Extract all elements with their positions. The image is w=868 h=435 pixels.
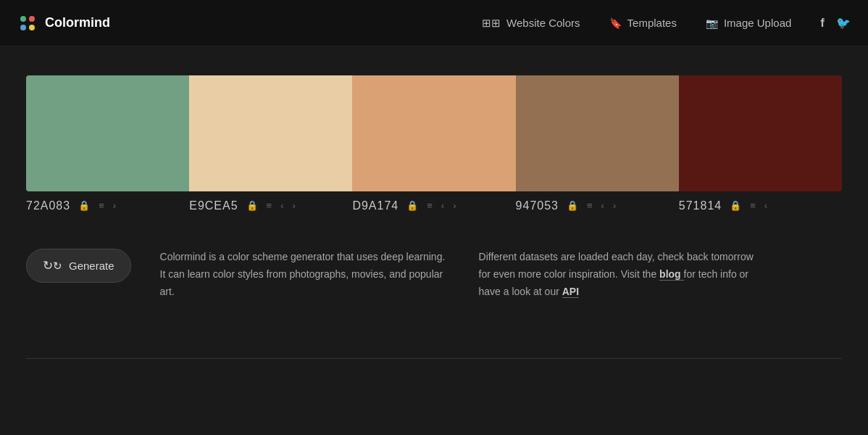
label-icons-3: 🔒 ≡ ‹ › [404,199,458,212]
swatch-1[interactable] [26,75,189,191]
label-3: D9A174 🔒 ≡ ‹ › [352,191,515,220]
chevron-left-icon-5[interactable]: ‹ [762,199,769,212]
chevron-left-icon-4[interactable]: ‹ [599,199,606,212]
color-palette [26,75,842,191]
sliders-icon-4[interactable]: ≡ [585,199,595,212]
bookmark-icon: 🔖 [609,17,622,29]
nav-image-upload[interactable]: 📷 Image Upload [706,17,791,29]
lock-icon-1[interactable]: 🔒 [76,199,92,212]
logo-icon [17,13,38,33]
api-link[interactable]: API [562,286,579,298]
lock-icon-2[interactable]: 🔒 [244,199,260,212]
label-4: 947053 🔒 ≡ ‹ › [516,191,679,220]
svg-point-1 [29,16,35,22]
svg-point-3 [29,25,35,30]
lock-icon-4[interactable]: 🔒 [564,199,580,212]
logo-label: Colormind [45,15,110,30]
api-label: API [562,286,579,297]
generate-button[interactable]: ↻ Generate [26,249,131,283]
hex-code-4: 947053 [516,199,559,212]
lock-icon-5[interactable]: 🔒 [727,199,743,212]
chevron-right-icon-3[interactable]: › [451,199,458,212]
nav-website-colors[interactable]: ⊞ Website Colors [482,17,580,30]
main-content: 72A083 🔒 ≡ › E9CEA5 🔒 ≡ ‹ › D9A174 🔒 ≡ ‹ [0,46,868,329]
label-5: 571814 🔒 ≡ ‹ [679,191,842,220]
swatch-4[interactable] [516,75,679,191]
chevron-right-icon-1[interactable]: › [111,199,118,212]
swatch-3[interactable] [352,75,515,191]
description-right: Different datasets are loaded each day, … [479,249,754,300]
refresh-icon: ↻ [43,258,62,273]
blog-label: blog [659,268,681,280]
svg-point-2 [20,25,26,30]
label-icons-1: 🔒 ≡ › [76,199,118,212]
footer-divider [26,358,842,359]
twitter-link[interactable]: 🐦 [836,15,851,30]
camera-icon: 📷 [706,17,718,29]
svg-point-0 [20,16,26,22]
facebook-icon: f [820,16,825,30]
hex-code-1: 72A083 [26,199,70,212]
hex-code-5: 571814 [679,199,722,212]
generate-label: Generate [69,260,114,272]
nav-image-upload-label: Image Upload [724,17,791,29]
logo-link[interactable]: Colormind [17,13,110,33]
chevron-right-icon-4[interactable]: › [611,199,618,212]
swatch-2[interactable] [189,75,352,191]
nav-website-colors-label: Website Colors [506,17,580,29]
chevron-right-icon-2[interactable]: › [291,199,298,212]
sliders-icon-2[interactable]: ≡ [264,199,275,212]
nav-social: f 🐦 [820,15,851,30]
grid-icon: ⊞ [482,17,501,30]
sliders-icon-3[interactable]: ≡ [425,199,435,212]
blog-link[interactable]: blog [659,268,683,281]
hex-code-3: D9A174 [352,199,398,212]
chevron-left-icon-2[interactable]: ‹ [278,199,285,212]
nav-templates[interactable]: 🔖 Templates [609,17,677,29]
label-2: E9CEA5 🔒 ≡ ‹ › [189,191,352,220]
lock-icon-3[interactable]: 🔒 [404,199,420,212]
nav-templates-label: Templates [627,17,677,29]
sliders-icon-1[interactable]: ≡ [96,199,107,212]
facebook-link[interactable]: f [820,15,825,30]
label-1: 72A083 🔒 ≡ › [26,191,189,220]
sliders-icon-5[interactable]: ≡ [748,199,758,212]
hex-code-2: E9CEA5 [189,199,238,212]
swatch-5[interactable] [679,75,842,191]
label-icons-5: 🔒 ≡ ‹ [727,199,769,212]
chevron-left-icon-3[interactable]: ‹ [439,199,446,212]
description-left: Colormind is a color scheme generator th… [160,249,450,300]
labels-row: 72A083 🔒 ≡ › E9CEA5 🔒 ≡ ‹ › D9A174 🔒 ≡ ‹ [26,191,842,220]
nav-links: ⊞ Website Colors 🔖 Templates 📷 Image Upl… [482,17,791,30]
label-icons-2: 🔒 ≡ ‹ › [244,199,298,212]
twitter-icon: 🐦 [836,17,851,29]
label-icons-4: 🔒 ≡ ‹ › [564,199,618,212]
navbar: Colormind ⊞ Website Colors 🔖 Templates 📷… [0,0,868,46]
bottom-section: ↻ Generate Colormind is a color scheme g… [26,249,842,300]
